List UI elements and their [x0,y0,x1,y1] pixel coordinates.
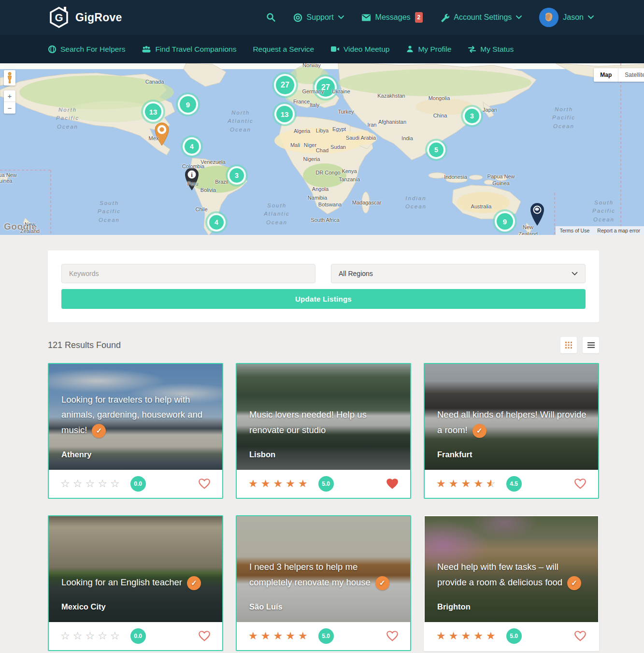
star-icon[interactable]: ★ [273,631,283,641]
user-menu[interactable]: Jason [539,8,594,27]
chevron-down-icon [572,272,578,276]
gigrove-hexagon-logo-icon: G [48,6,70,29]
chevron-down-icon [516,15,522,19]
nav-request-a-service[interactable]: Request a Service [253,45,314,54]
star-icon[interactable]: ☆★ [486,479,496,489]
svg-text:i: i [191,171,193,178]
star-rating[interactable]: ☆☆☆☆☆ [60,479,123,489]
favorite-heart-icon[interactable] [574,478,587,490]
terms-of-use-link[interactable]: Terms of Use [559,228,589,233]
star-icon[interactable]: ★ [248,631,258,641]
star-icon[interactable]: ☆ [85,479,95,489]
star-icon[interactable]: ☆ [60,631,70,641]
favorite-heart-icon[interactable] [386,630,399,642]
map-type-satellite-button[interactable]: Satellite [618,68,644,82]
listing-card[interactable]: I need 3 helpers to help me completely r… [236,515,411,651]
star-icon[interactable]: ★ [261,631,271,641]
region-select[interactable]: All Regions [331,264,586,283]
listing-card[interactable]: Need help with few tasks – will provide … [424,515,599,651]
star-icon[interactable]: ★ [273,479,283,489]
star-icon[interactable]: ★ [473,631,483,641]
favorite-heart-icon[interactable] [198,630,211,642]
google-logo[interactable]: Google [4,221,37,232]
zoom-in-button[interactable]: + [4,90,15,102]
report-map-error-link[interactable]: Report a map error [597,228,640,233]
listing-card[interactable]: Looking for travelers to help with anima… [48,363,223,499]
star-icon[interactable]: ★ [436,631,446,641]
star-icon[interactable]: ★ [261,479,271,489]
map-cluster-marker[interactable]: 3 [463,107,481,125]
star-rating[interactable]: ★★★★★ [248,479,311,489]
account-settings-menu[interactable]: Account Settings [440,13,522,22]
map-type-map-button[interactable]: Map [594,68,618,82]
map-cluster-marker[interactable]: 4 [207,213,226,232]
map-cluster-marker[interactable]: 27 [274,74,296,96]
star-icon[interactable]: ☆ [60,479,70,489]
black-info-pin[interactable]: i [184,167,200,193]
favorite-heart-icon[interactable] [386,478,399,490]
star-icon[interactable]: ★ [449,479,458,489]
star-icon[interactable]: ★ [286,479,295,489]
listing-card[interactable]: Looking for an English teacher✓ Mexico C… [48,515,223,651]
map-cluster-marker[interactable]: 9 [495,211,515,232]
star-icon[interactable]: ☆ [110,479,120,489]
nav-my-profile[interactable]: My Profile [406,45,451,54]
star-rating[interactable]: ★★★★★ [436,631,499,641]
nav-search-for-helpers[interactable]: Search For Helpers [48,45,125,54]
star-rating[interactable]: ★★★★★ [248,631,311,641]
star-icon[interactable]: ★ [436,479,446,489]
messages-menu[interactable]: Messages 2 [361,12,423,23]
favorite-heart-icon[interactable] [574,630,587,642]
map-cluster-marker[interactable]: 9 [178,94,198,115]
star-icon[interactable]: ★ [248,479,258,489]
map-cluster-marker[interactable]: 13 [143,102,163,122]
star-icon[interactable]: ★ [461,479,471,489]
keywords-input[interactable] [61,264,315,283]
rating-badge: 0.0 [130,476,146,492]
google-map[interactable]: Map Satellite + − Google Terms of Use Re… [0,63,644,235]
listing-card[interactable]: Music lovers needed! Help us renovate ou… [236,363,411,499]
list-view-button[interactable] [583,337,599,353]
star-rating[interactable]: ★★★★☆★ [436,479,499,489]
zoom-out-button[interactable]: − [4,102,15,114]
brand-logo[interactable]: G GigRove [48,6,122,29]
star-icon[interactable]: ★ [486,631,496,641]
star-icon[interactable]: ★ [298,631,308,641]
update-listings-button[interactable]: Update Listings [61,289,586,309]
map-cluster-marker[interactable]: 4 [183,137,201,156]
header-search-button[interactable] [266,13,276,22]
orange-location-pin[interactable] [154,122,170,148]
video-camera-icon [330,45,340,53]
star-icon[interactable]: ☆ [98,479,107,489]
map-cluster-marker[interactable]: 27 [315,76,337,99]
listing-photo: Looking for travelers to help with anima… [49,364,222,470]
star-icon[interactable]: ★ [461,631,471,641]
verified-check-icon: ✓ [92,424,106,438]
listing-photo: Looking for an English teacher✓ Mexico C… [49,516,222,622]
star-icon[interactable]: ★ [449,631,458,641]
nav-my-status[interactable]: My Status [468,45,514,54]
navy-globe-pin[interactable] [529,202,545,228]
nav-video-meetup[interactable]: Video Meetup [330,45,389,54]
favorite-heart-icon[interactable] [198,478,211,490]
map-cluster-marker[interactable]: 13 [274,104,295,124]
support-menu[interactable]: Support [293,13,344,22]
star-rating[interactable]: ☆☆☆☆☆ [60,631,123,641]
star-icon[interactable]: ☆ [98,631,107,641]
star-icon[interactable]: ★ [473,479,483,489]
listing-card[interactable]: Need all kinds of helpers! Will provide … [424,363,599,499]
map-cluster-marker[interactable]: 5 [427,141,445,159]
star-icon[interactable]: ★ [286,631,295,641]
grid-view-button[interactable] [560,337,577,353]
map-cluster-marker[interactable]: 3 [228,166,246,185]
star-icon[interactable]: ★ [298,479,308,489]
street-view-pegman[interactable] [4,70,15,86]
star-icon[interactable]: ☆ [73,631,83,641]
chevron-down-icon [588,15,594,19]
star-icon[interactable]: ☆ [85,631,95,641]
star-icon[interactable]: ☆ [110,631,120,641]
svg-text:G: G [55,12,63,24]
nav-find-travel-companions[interactable]: Find Travel Companions [142,45,236,54]
secondary-navbar: Search For Helpers Find Travel Companion… [0,35,644,63]
star-icon[interactable]: ☆ [73,479,83,489]
